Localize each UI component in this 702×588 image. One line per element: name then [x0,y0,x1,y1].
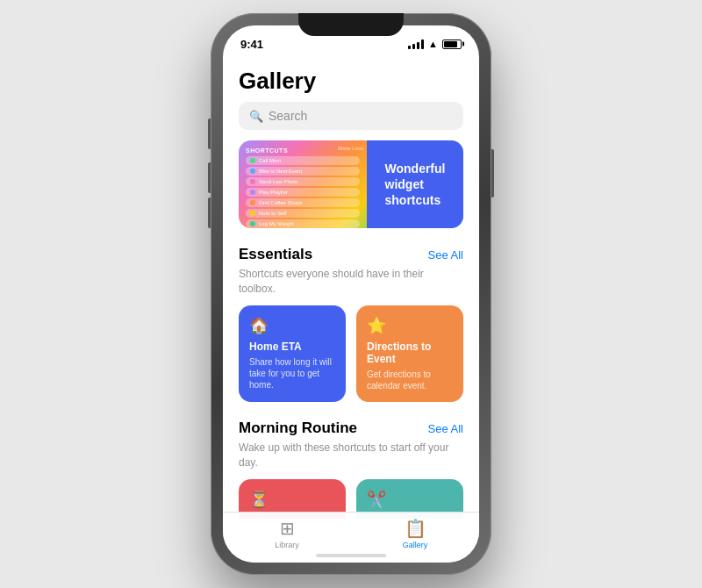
wifi-icon: ▲ [428,39,438,49]
search-icon: 🔍 [249,110,263,123]
status-time: 9:41 [240,38,263,51]
shortcut-pill: Send Last Photo [246,177,360,186]
directions-event-icon: ⭐ [367,316,453,335]
phone-frame: 9:41 ▲ Gallery [211,13,491,575]
screen-content[interactable]: Gallery 🔍 Search SHORTCUTS Show Less Cal… [223,59,479,519]
essentials-section-header: Essentials See All [223,242,479,267]
status-icons: ▲ [408,39,462,49]
page-title: Gallery [223,59,479,102]
hero-left: SHORTCUTS Show Less Call Mom Bike to Nex… [239,140,367,228]
search-bar[interactable]: 🔍 Search [239,102,463,130]
shortcut-pill: Note to Self [246,209,360,218]
directions-event-title: Directions to Event [367,341,453,366]
morning-icon-1: ⏳ [249,490,335,509]
hero-right: Wonderful widget shortcuts [367,140,463,228]
home-indicator [316,554,386,557]
morning-routine-title: Morning Routine [239,419,357,437]
morning-icon-2: ✂️ [367,490,453,509]
hero-banner[interactable]: SHORTCUTS Show Less Call Mom Bike to Nex… [239,140,463,228]
library-label: Library [275,541,299,549]
shortcut-pill: Log My Weight [246,219,360,228]
hero-heading: Wonderful widget shortcuts [385,161,446,209]
phone-screen: 9:41 ▲ Gallery [223,25,479,563]
shortcut-pill: Call Mom [246,156,360,165]
shortcut-pill: Find Coffee Shops [246,198,360,207]
library-icon: ⊞ [280,518,295,539]
morning-routine-section-header: Morning Routine See All [223,416,479,441]
home-eta-desc: Share how long it will take for you to g… [249,356,335,391]
gallery-label: Gallery [403,541,428,549]
notch [298,13,404,36]
essentials-see-all[interactable]: See All [428,248,463,262]
tab-library[interactable]: ⊞ Library [223,518,351,549]
home-eta-title: Home ETA [249,341,335,353]
shortcut-pill: Bike to Next Event [246,167,360,176]
morning-routine-subtitle: Wake up with these shortcuts to start of… [223,441,479,479]
directions-event-card[interactable]: ⭐ Directions to Event Get directions to … [356,305,463,403]
search-placeholder: Search [269,109,307,123]
tab-gallery[interactable]: 📋 Gallery [351,518,479,549]
home-eta-card[interactable]: 🏠 Home ETA Share how long it will take f… [239,305,346,403]
gallery-icon: 📋 [405,518,426,539]
phone-wrapper: 9:41 ▲ Gallery [211,13,491,575]
essentials-cards: 🏠 Home ETA Share how long it will take f… [223,305,479,417]
battery-icon [442,39,462,49]
essentials-title: Essentials [239,246,312,263]
directions-event-desc: Get directions to calendar event. [367,369,453,391]
home-eta-icon: 🏠 [249,316,335,335]
show-less: Show Less [338,146,363,151]
morning-routine-see-all[interactable]: See All [428,422,463,435]
shortcut-pill: Play Playlist [246,188,360,197]
essentials-subtitle: Shortcuts everyone should have in their … [223,267,479,305]
signal-icon [408,39,424,49]
